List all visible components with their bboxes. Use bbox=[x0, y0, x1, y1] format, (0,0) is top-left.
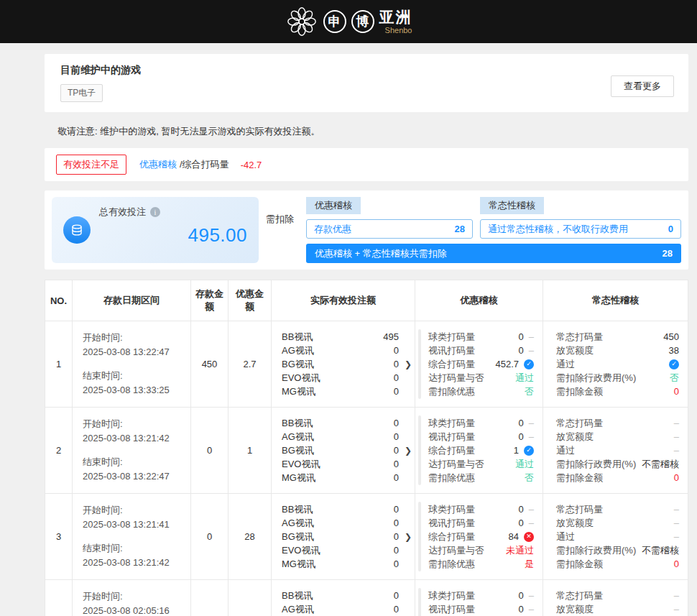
deposit-amount-cell: 0 bbox=[191, 580, 229, 616]
date-range-cell: 开始时间:2025-03-08 13:21:42结束时间:2025-03-08 … bbox=[73, 408, 191, 494]
bet-amount: 0 bbox=[394, 417, 399, 429]
bet-line: BB视讯0 bbox=[282, 502, 399, 516]
bet-amount: 0 bbox=[394, 558, 399, 570]
audit-line-value: – bbox=[669, 431, 679, 443]
expand-chevron-icon[interactable]: ❯ bbox=[405, 359, 412, 369]
bet-game-name: BG视讯 bbox=[282, 444, 314, 456]
audit-line-label: 通过 bbox=[556, 444, 575, 456]
expand-chevron-icon[interactable]: ❯ bbox=[405, 446, 412, 456]
dash-icon: – bbox=[529, 344, 534, 357]
status-value: -42.7 bbox=[241, 160, 262, 170]
bonus-amount-cell: 3.25 bbox=[229, 580, 272, 616]
audit-line-value: 否 bbox=[525, 472, 534, 484]
audit-line-label: 通过 bbox=[556, 530, 575, 543]
start-time-value: 2025-03-08 02:05:16 bbox=[83, 604, 185, 616]
bet-line: MG视讯0 bbox=[282, 385, 399, 398]
audit-line-label: 综合打码量 bbox=[428, 530, 475, 543]
notice-text: 敬请注意: 维护中的游戏, 暂时无法显示游戏的实际有效投注额。 bbox=[45, 122, 688, 148]
column-header-deposit: 存款金额 bbox=[191, 280, 229, 321]
bet-line: AG视讯0 bbox=[282, 516, 399, 530]
bet-line: BB视讯0 bbox=[282, 416, 399, 430]
site-header: 申 博 亚洲 Shenbo bbox=[0, 0, 697, 43]
audit-line: 常态打码量450 bbox=[556, 330, 679, 344]
logo-region-text: 亚洲 bbox=[379, 9, 412, 24]
audit-line-value: 84✕ bbox=[509, 530, 534, 543]
deposit-amount-cell: 450 bbox=[191, 321, 229, 408]
audit-line: 球类打码量0– bbox=[428, 330, 534, 344]
audit-line: 达打码量与否通过 bbox=[428, 371, 534, 385]
audit-line: 视讯打码量0– bbox=[428, 602, 534, 616]
bet-line: EVO视讯0 bbox=[282, 543, 399, 557]
audit-line-value: 0 bbox=[674, 558, 679, 570]
audit-line-label: 需扣除金额 bbox=[556, 558, 603, 570]
bet-line: EVO视讯0 bbox=[282, 457, 399, 471]
dash-icon: – bbox=[674, 603, 679, 615]
audit-line-label: 需扣除行政费用(%) bbox=[556, 544, 636, 556]
audit-line-value: 0– bbox=[519, 431, 534, 443]
valid-bets-cell: BB视讯0AG视讯0BG视讯0EVO视讯0MG视讯0❯ bbox=[272, 580, 415, 616]
audit-table-header: NO. 存款日期区间 存款金额 优惠金额 实际有效投注额 优惠稽核 常态性稽核 bbox=[45, 280, 688, 321]
status-text: 优惠稽核 /综合打码量 -42.7 bbox=[139, 158, 262, 171]
promo-audit-column: 优惠稽核 存款优惠 28 bbox=[306, 197, 473, 239]
audit-line-value: 0– bbox=[519, 344, 534, 357]
bet-game-name: BB视讯 bbox=[282, 589, 313, 602]
regular-field-label: 通过常态性稽核，不收取行政费用 bbox=[488, 223, 628, 236]
dash-icon: – bbox=[529, 503, 534, 515]
column-header-valid-bets: 实际有效投注额 bbox=[272, 280, 415, 321]
date-range-cell: 开始时间:2025-03-08 13:22:47结束时间:2025-03-08 … bbox=[73, 321, 191, 408]
audit-line: 达打码量与否通过 bbox=[428, 457, 534, 471]
dash-icon: – bbox=[674, 503, 679, 515]
bet-amount: 0 bbox=[394, 503, 399, 515]
coins-icon bbox=[63, 216, 91, 244]
bet-game-name: EVO视讯 bbox=[282, 544, 320, 556]
total-deduction-bar: 优惠稽核 + 常态性稽核共需扣除 28 bbox=[306, 244, 681, 263]
promo-audit-cell: 球类打码量0–视讯打码量0–综合打码量452.7✓达打码量与否通过需扣除优惠否 bbox=[415, 321, 543, 408]
bonus-amount-cell: 1 bbox=[229, 408, 272, 494]
audit-line-label: 视讯打码量 bbox=[428, 431, 475, 443]
bet-line: MG视讯0 bbox=[282, 557, 399, 571]
bet-game-name: BG视讯 bbox=[282, 358, 314, 370]
audit-line-value: 0 bbox=[674, 472, 679, 484]
tab-promo-audit[interactable]: 优惠稽核 bbox=[306, 197, 361, 214]
start-time-value: 2025-03-08 13:21:41 bbox=[83, 518, 185, 532]
audit-line-value: 是 bbox=[525, 558, 534, 570]
audit-line: 常态打码量– bbox=[556, 589, 679, 602]
audit-line-label: 需扣除行政费用(%) bbox=[556, 372, 636, 384]
expand-chevron-icon[interactable]: ❯ bbox=[405, 532, 412, 542]
audit-line-value: 0– bbox=[519, 417, 534, 429]
bet-line: BB视讯0 bbox=[282, 589, 399, 602]
bet-line: BG视讯0 bbox=[282, 443, 399, 457]
total-valid-bet-card: 总有效投注 i 495.00 bbox=[52, 197, 259, 263]
audit-line-label: 放宽额度 bbox=[556, 517, 594, 529]
valid-bets-cell: BB视讯495AG视讯0BG视讯0EVO视讯0MG视讯0❯ bbox=[272, 321, 415, 408]
audit-line-value: 0– bbox=[519, 331, 534, 343]
audit-line-value: – bbox=[669, 503, 679, 515]
tab-regular-audit[interactable]: 常态性稽核 bbox=[480, 197, 544, 214]
game-tag: TP电子 bbox=[60, 84, 103, 102]
promo-audit-link[interactable]: 优惠稽核 bbox=[139, 158, 177, 171]
row-number: 4 bbox=[45, 580, 73, 616]
audit-line-label: 球类打码量 bbox=[428, 331, 475, 343]
check-circle-icon: ✓ bbox=[524, 359, 534, 369]
bet-amount: 0 bbox=[394, 603, 399, 615]
info-icon[interactable]: i bbox=[150, 207, 160, 217]
bet-amount: 0 bbox=[394, 444, 399, 456]
view-more-button[interactable]: 查看更多 bbox=[611, 75, 674, 97]
total-valid-bet-value: 495.00 bbox=[99, 224, 247, 247]
audit-line-label: 需扣除优惠 bbox=[428, 385, 475, 397]
audit-line: 放宽额度– bbox=[556, 430, 679, 443]
audit-line: 需扣除优惠否 bbox=[428, 471, 534, 484]
row-number: 2 bbox=[45, 408, 73, 494]
dash-icon: – bbox=[674, 431, 679, 443]
bet-game-name: BG视讯 bbox=[282, 530, 314, 543]
audit-line-label: 需扣除优惠 bbox=[428, 558, 475, 570]
bet-amount: 0 bbox=[394, 472, 399, 484]
audit-line-value: ✓ bbox=[664, 359, 679, 369]
promo-audit-cell: 球类打码量0–视讯打码量0–综合打码量1✓达打码量与否通过需扣除优惠否 bbox=[415, 408, 543, 494]
bet-line: AG视讯0 bbox=[282, 430, 399, 443]
audit-line: 视讯打码量0– bbox=[428, 430, 534, 443]
audit-line: 视讯打码量0– bbox=[428, 344, 534, 357]
summary-card: 总有效投注 i 495.00 需扣除 优惠稽核 存款优惠 28 常态性稽核 bbox=[45, 190, 688, 270]
start-time-label: 开始时间: bbox=[83, 417, 185, 431]
audit-line: 球类打码量0– bbox=[428, 589, 534, 602]
